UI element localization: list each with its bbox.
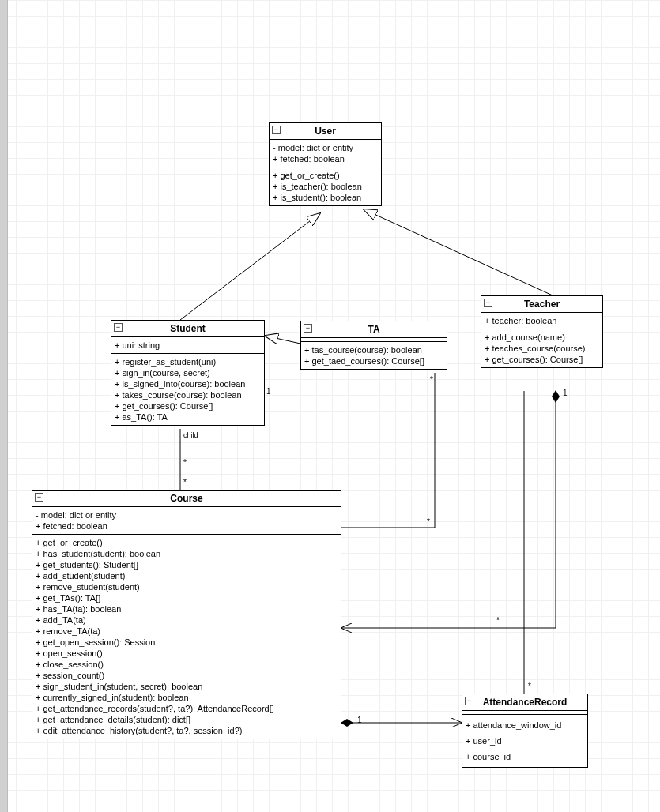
op: + is_signed_into(course): boolean (115, 378, 261, 389)
mult-star: * (183, 478, 187, 487)
op: + add_TA(ta) (36, 615, 338, 626)
op: + remove_student(student) (36, 581, 338, 592)
class-title: − Student (111, 321, 264, 337)
mult-star: * (528, 682, 531, 690)
collapse-icon[interactable]: − (272, 126, 281, 134)
attr: + teacher: boolean (485, 315, 599, 326)
class-name: AttendanceRecord (483, 697, 568, 708)
attr: + fetched: boolean (273, 153, 378, 164)
left-rail (0, 0, 8, 812)
class-title: − Teacher (481, 296, 602, 313)
attrs: + teacher: boolean (481, 313, 602, 329)
collapse-icon[interactable]: − (465, 697, 473, 705)
class-title: − TA (301, 321, 447, 338)
op: + get_open_session(): Session (36, 637, 338, 648)
attr: + fetched: boolean (36, 521, 338, 532)
op: + add_course(name) (485, 332, 599, 343)
class-name: User (315, 126, 336, 137)
ops: + tas_course(course): boolean + get_taed… (301, 342, 447, 369)
op: + attendance_window_id (466, 717, 584, 733)
op: + get_attendance_records(student?, ta?):… (36, 703, 338, 714)
op: + takes_course(course): boolean (115, 389, 261, 400)
op: + get_courses(): Course[] (115, 400, 261, 412)
op: + is_student(): boolean (273, 192, 378, 203)
ops: + attendance_window_id + user_id + cours… (462, 715, 587, 767)
attrs: - model: dict or entity + fetched: boole… (32, 507, 341, 535)
op: + get_attendance_details(student): dict[… (36, 714, 338, 725)
collapse-icon[interactable]: − (35, 493, 43, 502)
ops: + get_or_create() + has_student(student)… (32, 535, 341, 739)
class-student[interactable]: − Student + uni: string + register_as_st… (111, 320, 265, 426)
diagram-canvas: − User - model: dict or entity + fetched… (0, 0, 660, 812)
op: + as_TA(): TA (115, 412, 261, 423)
mult-1: 1 (563, 389, 568, 397)
op: + sign_in(course, secret) (115, 367, 261, 378)
class-name: Teacher (524, 299, 560, 310)
op: + user_id (466, 733, 584, 749)
op: + open_session() (36, 648, 338, 659)
op: + session_count() (36, 670, 338, 681)
mult-star: * (183, 458, 187, 467)
attrs: - model: dict or entity + fetched: boole… (270, 140, 381, 167)
op: + get_or_create() (273, 170, 378, 181)
attr: - model: dict or entity (36, 509, 338, 521)
collapse-icon[interactable]: − (304, 324, 312, 333)
op: + get_courses(): Course[] (485, 354, 599, 365)
ops: + register_as_student(uni) + sign_in(cou… (111, 354, 264, 425)
op: + register_as_student(uni) (115, 356, 261, 367)
op: + get_taed_courses(): Course[] (304, 355, 443, 367)
attr: - model: dict or entity (273, 142, 378, 153)
op: + get_or_create() (36, 537, 338, 548)
role-child: child (183, 431, 198, 439)
ops: + add_course(name) + teaches_course(cour… (481, 329, 602, 367)
collapse-icon[interactable]: − (114, 323, 123, 332)
op: + course_id (466, 749, 584, 765)
op: + edit_attendance_history(student?, ta?,… (36, 725, 338, 736)
op: + is_teacher(): boolean (273, 181, 378, 192)
op: + has_student(student): boolean (36, 548, 338, 559)
mult-star: * (496, 616, 500, 625)
op: + get_students(): Student[] (36, 559, 338, 570)
attrs: + uni: string (111, 337, 264, 354)
mult-1: 1 (266, 387, 271, 396)
mult-star: * (427, 517, 430, 526)
op: + has_TA(ta): boolean (36, 603, 338, 615)
class-name: TA (368, 324, 379, 335)
class-attendance-record[interactable]: − AttendanceRecord + attendance_window_i… (462, 694, 588, 768)
op: + currently_signed_in(student): boolean (36, 692, 338, 703)
op: + close_session() (36, 659, 338, 670)
class-title: − AttendanceRecord (462, 694, 587, 711)
class-name: Course (170, 493, 202, 504)
class-title: − Course (32, 491, 341, 507)
ops: + get_or_create() + is_teacher(): boolea… (270, 167, 381, 205)
attr: + uni: string (115, 340, 261, 351)
collapse-icon[interactable]: − (484, 299, 492, 307)
op: + tas_course(course): boolean (304, 344, 443, 355)
op: + get_TAs(): TA[] (36, 592, 338, 603)
op: + add_student(student) (36, 570, 338, 581)
class-course[interactable]: − Course - model: dict or entity + fetch… (32, 490, 341, 739)
class-ta[interactable]: − TA + tas_course(course): boolean + get… (300, 321, 447, 370)
mult-star: * (430, 375, 433, 384)
class-name: Student (170, 323, 206, 334)
class-teacher[interactable]: − Teacher + teacher: boolean + add_cours… (481, 295, 603, 368)
class-title: − User (270, 123, 381, 140)
class-user[interactable]: − User - model: dict or entity + fetched… (269, 122, 382, 206)
op: + sign_student_in(student, secret): bool… (36, 681, 338, 692)
op: + teaches_course(course) (485, 343, 599, 354)
mult-1: 1 (357, 716, 362, 724)
op: + remove_TA(ta) (36, 626, 338, 637)
